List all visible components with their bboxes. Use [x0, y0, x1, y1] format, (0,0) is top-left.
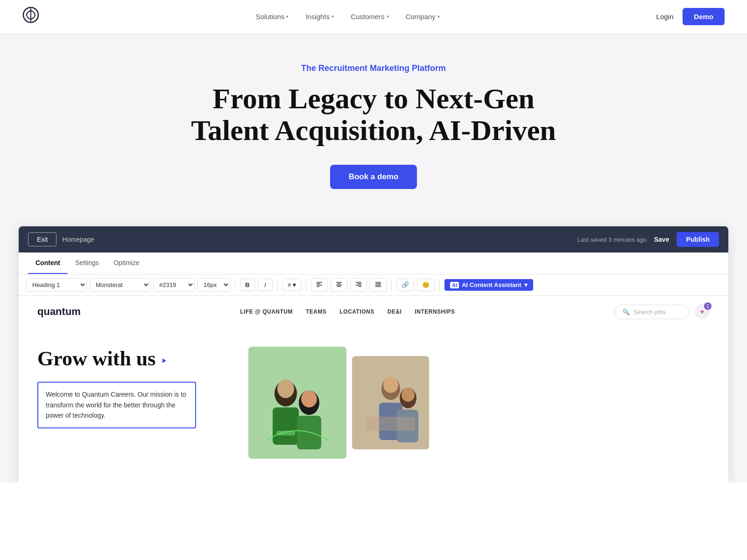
- logo[interactable]: [22, 7, 39, 27]
- svg-rect-24: [297, 416, 321, 449]
- site-body-left: Grow with us Welcome to Quantum Careers.…: [37, 347, 233, 459]
- main-navbar: Solutions ▾ Insights ▾ Customers ▾ Compa…: [0, 0, 747, 34]
- nav-links: Solutions ▾ Insights ▾ Customers ▾ Compa…: [256, 13, 440, 21]
- favorites-count: 2: [704, 302, 712, 310]
- demo-button[interactable]: Demo: [683, 8, 725, 25]
- people-placeholder-1: [248, 347, 346, 459]
- chevron-down-icon: ▾: [286, 14, 289, 19]
- list-button[interactable]: ≡ ▾: [282, 279, 301, 291]
- editor-section: Exit Homepage Last saved 3 minutes ago S…: [0, 226, 747, 483]
- hero-subtitle: The Recruitment Marketing Platform: [19, 63, 728, 73]
- emoji-button[interactable]: 😊: [417, 279, 435, 291]
- color-select[interactable]: #2319 #000000: [153, 278, 195, 292]
- toolbar-divider-2: [277, 280, 278, 291]
- site-body-images: [248, 347, 710, 459]
- save-button[interactable]: Save: [654, 236, 669, 243]
- toolbar-divider-4: [391, 280, 392, 291]
- nav-solutions[interactable]: Solutions ▾: [256, 13, 289, 21]
- login-button[interactable]: Login: [656, 13, 674, 21]
- svg-rect-33: [366, 417, 415, 431]
- search-jobs-input[interactable]: 🔍 Search jobs: [614, 305, 689, 319]
- site-nav-life[interactable]: LIFE @ QUANTUM: [240, 308, 293, 315]
- align-center-button[interactable]: [331, 278, 347, 292]
- nav-actions: Login Demo: [656, 8, 725, 25]
- svg-point-28: [383, 377, 398, 393]
- page-label: Homepage: [62, 236, 94, 243]
- cursor-indicator: [162, 358, 166, 363]
- team-image-1: [248, 347, 346, 459]
- site-body-text[interactable]: Welcome to Quantum Careers. Our mission …: [37, 382, 196, 428]
- team-image-2: [352, 356, 429, 449]
- favorites-button[interactable]: ♥ 2: [695, 304, 710, 319]
- last-saved-text: Last saved 3 minutes ago: [578, 236, 647, 243]
- site-nav-links: LIFE @ QUANTUM TEAMS LOCATIONS DE&I INTE…: [240, 308, 455, 315]
- site-nav-locations[interactable]: LOCATIONS: [339, 308, 374, 315]
- nav-insights[interactable]: Insights ▾: [305, 13, 334, 21]
- site-nav-teams[interactable]: TEAMS: [306, 308, 327, 315]
- size-select[interactable]: 16px 14px 18px 24px: [197, 278, 230, 292]
- site-nav-right: 🔍 Search jobs ♥ 2: [614, 304, 710, 319]
- italic-button[interactable]: I: [258, 279, 273, 291]
- svg-point-23: [301, 391, 317, 407]
- font-select[interactable]: Monsterat Roboto: [90, 278, 150, 292]
- site-nav: quantum LIFE @ QUANTUM TEAMS LOCATIONS D…: [19, 296, 728, 328]
- site-nav-internships[interactable]: INTERNSHIPS: [415, 308, 455, 315]
- chevron-down-icon: ▾: [524, 281, 528, 288]
- heart-icon: ♥: [700, 308, 704, 315]
- topbar-left: Exit Homepage: [28, 232, 94, 246]
- svg-rect-21: [273, 407, 299, 445]
- editor-chrome: Exit Homepage Last saved 3 minutes ago S…: [19, 226, 728, 483]
- exit-button[interactable]: Exit: [28, 232, 56, 246]
- search-icon: 🔍: [622, 308, 630, 315]
- svg-point-20: [277, 379, 294, 398]
- site-body: Grow with us Welcome to Quantum Careers.…: [19, 328, 728, 459]
- site-nav-dei[interactable]: DE&I: [388, 308, 402, 315]
- align-left-button[interactable]: [311, 278, 328, 292]
- align-right-button[interactable]: [350, 278, 367, 292]
- ai-button-label: AI Content Assistant: [462, 281, 521, 288]
- tab-optimize[interactable]: Optimize: [106, 252, 147, 274]
- publish-button[interactable]: Publish: [677, 232, 719, 247]
- book-demo-button[interactable]: Book a demo: [330, 165, 417, 189]
- editor-topbar: Exit Homepage Last saved 3 minutes ago S…: [19, 226, 728, 252]
- nav-company[interactable]: Company ▾: [406, 13, 440, 21]
- editor-tabs: Content Settings Optimize: [19, 252, 728, 274]
- tab-settings[interactable]: Settings: [68, 252, 106, 274]
- nav-customers[interactable]: Customers ▾: [351, 13, 389, 21]
- align-justify-button[interactable]: [370, 278, 387, 292]
- toolbar-divider-1: [235, 280, 235, 291]
- svg-point-31: [402, 388, 415, 402]
- link-button[interactable]: 🔗: [396, 279, 414, 291]
- chevron-down-icon: ▾: [331, 14, 334, 19]
- hero-title: From Legacy to Next-Gen Talent Acquisiti…: [173, 83, 574, 146]
- heading-select[interactable]: Heading 1 Heading 2 Paragraph: [26, 278, 87, 292]
- hero-section: The Recruitment Marketing Platform From …: [0, 34, 747, 226]
- site-logo: quantum: [37, 306, 81, 318]
- chevron-down-icon: ▾: [387, 14, 389, 19]
- ai-badge: AI: [450, 282, 459, 288]
- toolbar-divider-3: [306, 280, 306, 291]
- site-preview: quantum LIFE @ QUANTUM TEAMS LOCATIONS D…: [19, 296, 728, 483]
- ai-content-assistant-button[interactable]: AI AI Content Assistant ▾: [444, 279, 533, 291]
- grow-with-us-title: Grow with us: [37, 347, 233, 371]
- search-placeholder: Search jobs: [634, 308, 666, 315]
- chevron-down-icon: ▾: [437, 14, 440, 19]
- topbar-right: Last saved 3 minutes ago Save Publish: [578, 232, 719, 247]
- editor-toolbar: Heading 1 Heading 2 Paragraph Monsterat …: [19, 274, 728, 296]
- bold-button[interactable]: B: [240, 279, 255, 291]
- people-placeholder-2: [352, 356, 429, 449]
- tab-content[interactable]: Content: [28, 252, 68, 274]
- toolbar-divider-5: [439, 280, 440, 291]
